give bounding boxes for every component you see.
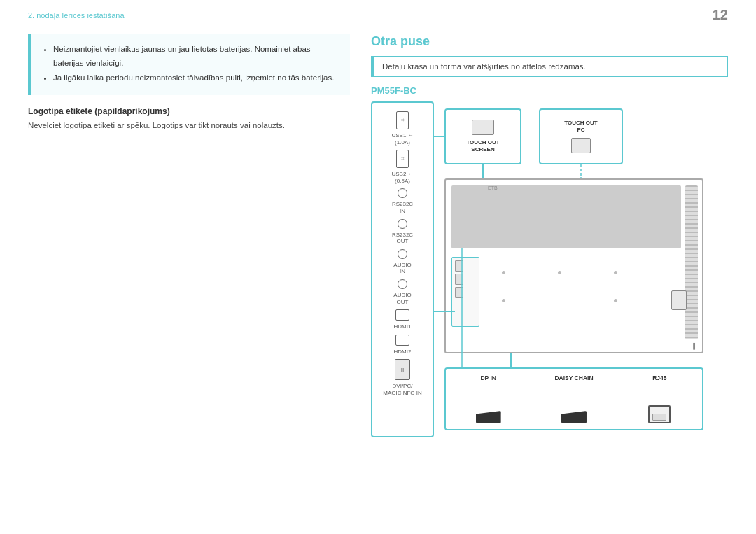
audio-out-label: AUDIOOUT bbox=[393, 292, 411, 305]
hdmi1-label: HDMI1 bbox=[394, 323, 412, 330]
port-usb1: USB1 ←(1.0A) bbox=[391, 111, 413, 146]
speaker-indicator: ▐ bbox=[691, 343, 695, 349]
dvi-label: DVI/PC/MAGICINFO IN bbox=[383, 383, 422, 396]
audio-in-label: AUDIOIN bbox=[393, 262, 411, 275]
port-usb2: USB2 ←(0.5A) bbox=[391, 150, 413, 184]
usb1-label: USB1 ←(1.0A) bbox=[391, 132, 413, 146]
mon-conn1 bbox=[455, 260, 463, 272]
dot3 bbox=[614, 271, 617, 274]
port-audio-out: AUDIOOUT bbox=[393, 279, 411, 305]
port-panel: USB1 ←(1.0A) USB2 ←(0.5A) RS232CIN RS232… bbox=[371, 101, 434, 437]
usb2-label: USB2 ←(0.5A) bbox=[391, 171, 413, 184]
info-box: Detaļu krāsa un forma var atšķirties no … bbox=[371, 56, 728, 77]
monitor-box: ETB ▐ bbox=[444, 178, 704, 353]
bottom-connector-box: DP IN DAISY CHAIN RJ45 bbox=[444, 367, 704, 430]
conn-dp-in: DP IN bbox=[446, 369, 531, 429]
audio-out-icon bbox=[398, 279, 407, 289]
touch-out-screen-box: TOUCH OUTSCREEN bbox=[444, 108, 522, 164]
model-label: PM55F-BC bbox=[371, 85, 728, 96]
rs232c-in-label: RS232CIN bbox=[392, 201, 413, 214]
notice-item-2: Ja ilgāku laika periodu neizmantosiet tā… bbox=[53, 71, 340, 85]
daisy-chain-port bbox=[561, 411, 587, 423]
dot2 bbox=[558, 271, 561, 274]
hdmi2-label: HDMI2 bbox=[394, 349, 412, 356]
port-audio-in: AUDIOIN bbox=[393, 249, 411, 275]
conn-rj45: RJ45 bbox=[617, 369, 702, 429]
notice-box: Neizmantojiet vienlaikus jaunas un jau l… bbox=[28, 34, 350, 95]
mon-conn2 bbox=[455, 274, 463, 285]
dvi-icon: ||| bbox=[395, 359, 410, 380]
chapter-title: 2. nodaļa Ierīces iestatīšana bbox=[28, 11, 125, 20]
rs232c-in-icon bbox=[398, 188, 407, 198]
port-rs232c-in: RS232CIN bbox=[392, 188, 413, 214]
touch-screen-icon bbox=[472, 120, 494, 135]
monitor-connectors bbox=[451, 257, 479, 327]
rj45-port bbox=[648, 405, 671, 423]
dp-in-label: DP IN bbox=[480, 374, 496, 381]
dp-in-port bbox=[476, 411, 501, 423]
hdmi2-icon bbox=[396, 335, 410, 346]
monitor-screen bbox=[451, 185, 681, 248]
diagram-container: USB1 ←(1.0A) USB2 ←(0.5A) RS232CIN RS232… bbox=[371, 101, 714, 458]
mon-usb-icon bbox=[671, 290, 687, 310]
page-number: 12 bbox=[713, 7, 728, 23]
left-column: Neizmantojiet vienlaikus jaunas un jau l… bbox=[28, 34, 350, 458]
dot1 bbox=[502, 271, 505, 274]
port-hdmi1: HDMI1 bbox=[394, 309, 412, 330]
daisy-chain-label: DAISY CHAIN bbox=[554, 374, 593, 381]
page-header: 2. nodaļa Ierīces iestatīšana 12 bbox=[0, 0, 756, 27]
hdmi1-icon bbox=[396, 309, 410, 321]
dot4 bbox=[502, 299, 505, 302]
right-column: Otra puse Detaļu krāsa un forma var atšķ… bbox=[371, 34, 728, 458]
main-section-title: Otra puse bbox=[371, 34, 728, 49]
dot5 bbox=[614, 299, 617, 302]
audio-in-icon bbox=[398, 249, 407, 259]
logotype-section-desc: Nevelciet logotipa etiketi ar spēku. Log… bbox=[28, 120, 350, 132]
usb1-icon bbox=[396, 111, 409, 129]
logotype-section-title: Logotipa etikete (papildaprikojums) bbox=[28, 106, 350, 116]
port-rs232c-out: RS232COUT bbox=[392, 219, 413, 245]
monitor-speaker bbox=[685, 185, 698, 339]
port-hdmi2: HDMI2 bbox=[394, 335, 412, 356]
rj45-inner bbox=[652, 414, 666, 421]
rs232c-out-label: RS232COUT bbox=[392, 232, 413, 245]
mon-conn3 bbox=[455, 287, 463, 298]
touch-out-pc-box: TOUCH OUTPC bbox=[539, 108, 623, 164]
rs232c-out-icon bbox=[398, 219, 407, 229]
port-dvi: ||| DVI/PC/MAGICINFO IN bbox=[383, 359, 422, 396]
rj45-label: RJ45 bbox=[652, 374, 666, 381]
touch-out-pc-label-top: TOUCH OUTPC bbox=[564, 120, 597, 134]
touch-out-screen-label: TOUCH OUTSCREEN bbox=[466, 139, 499, 154]
conn-daisy-chain: DAISY CHAIN bbox=[531, 369, 617, 429]
main-content: Neizmantojiet vienlaikus jaunas un jau l… bbox=[0, 27, 756, 465]
etb-label: ETB bbox=[488, 185, 498, 190]
notice-item-1: Neizmantojiet vienlaikus jaunas un jau l… bbox=[53, 43, 340, 70]
notice-list: Neizmantojiet vienlaikus jaunas un jau l… bbox=[41, 43, 340, 85]
usb2-icon bbox=[396, 150, 409, 168]
touch-pc-icon bbox=[571, 138, 591, 153]
